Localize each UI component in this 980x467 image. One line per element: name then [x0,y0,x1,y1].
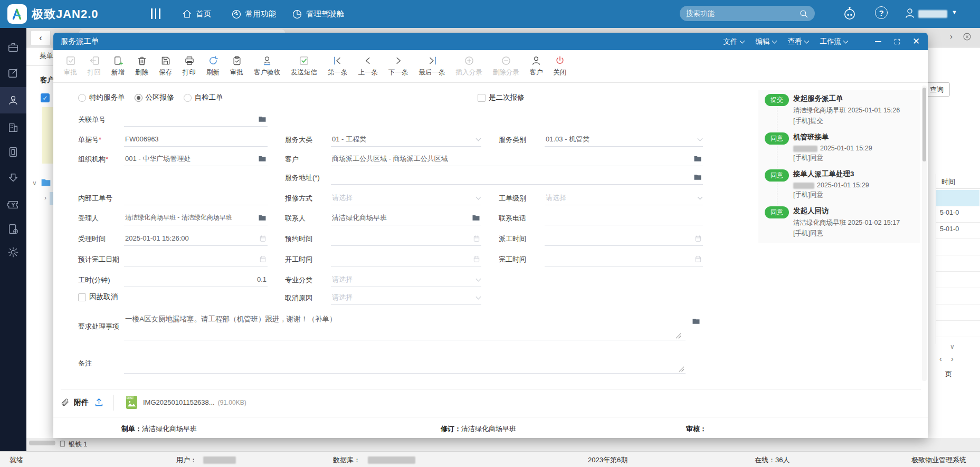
folder-lookup-icon[interactable] [692,318,700,325]
user-dropdown-caret-icon[interactable]: ▼ [952,9,957,15]
toolbar-print-button[interactable]: 打印 [177,55,201,77]
calendar-icon[interactable] [694,255,702,263]
request-items-textarea[interactable]: 一楼A区女厕地漏堵塞。请工程部（机管班）跟进，谢谢！（补单） [124,311,686,340]
maximize-button[interactable] [893,37,901,46]
org-input[interactable]: 001 - 中华广场管理处 [124,153,268,166]
toolbar-close-button[interactable]: 关闭 [548,55,572,77]
search-icon[interactable] [799,9,808,18]
radio-public-area-repair[interactable]: 公区报修 [135,93,174,102]
contact-input[interactable]: 清洁绿化商场早班 [331,212,481,225]
service-address-input[interactable] [331,171,703,185]
minimize-button[interactable] [874,37,882,46]
tree-expand-chevron-icon[interactable]: ∨ [32,179,37,187]
bg-scroll-down-icon[interactable]: ∨ [950,343,955,350]
bg-horizontal-scrollbar[interactable] [29,441,55,445]
upload-icon[interactable] [94,397,104,407]
tree-collapse-chevron-icon[interactable]: › [44,194,46,202]
toolbar-save-button[interactable]: 保存 [154,55,177,77]
scrollbar-thumb[interactable] [922,88,926,161]
toolbar-delete-entry-button[interactable]: 删除分录 [488,55,525,77]
nav-dashboard[interactable]: 管理驾驶舱 [292,0,345,28]
folder-lookup-icon[interactable] [258,155,267,162]
toolbar-customer-acceptance-button[interactable]: 客户验收 [249,55,286,77]
cancel-reason-select[interactable]: 请选择 [331,291,481,305]
calendar-icon[interactable] [473,255,480,263]
sidebar-item-ticket[interactable] [0,192,26,218]
calendar-icon[interactable] [694,235,702,242]
attachment-file-name[interactable]: IMG20250101152638... [143,398,215,406]
assistant-robot-icon[interactable] [843,6,857,21]
help-icon[interactable]: ? [875,6,888,19]
radio-self-inspection[interactable]: 自检工单 [184,93,223,102]
dialog-title-bar[interactable]: 服务派工单 文件 编辑 查看 工作流 ✕ [53,33,928,50]
bg-checked-checkbox[interactable]: ✓ [41,93,50,102]
cancel-flag-option[interactable]: 因故取消 [78,292,127,302]
bg-selected-cell[interactable] [936,190,979,206]
menu-toggle-icon[interactable] [151,8,160,19]
finish-time-input[interactable] [545,253,703,266]
resize-handle-icon[interactable] [675,333,681,339]
calendar-icon[interactable] [259,255,267,263]
contact-phone-input[interactable] [545,212,703,225]
handler-input[interactable]: 清洁绿化商场早班 - 清洁绿化商场早班 [124,212,268,225]
toolbar-last-record-button[interactable]: 最后一条 [414,55,451,77]
menu-view[interactable]: 查看 [788,37,808,46]
second-repair-checkbox[interactable] [478,94,486,102]
menu-workflow[interactable]: 工作流 [820,37,848,46]
sidebar-item-report-check[interactable] [0,216,26,242]
expected-finish-date-input[interactable] [124,253,268,266]
doc-no-input[interactable]: FW006963 [124,133,268,147]
radio-special-service[interactable]: 特约服务单 [78,93,125,102]
order-level-select[interactable]: 请选择 [545,192,703,205]
appoint-time-input[interactable] [331,232,481,246]
related-no-input[interactable] [124,113,268,127]
toolbar-send-sms-button[interactable]: 发送短信 [286,55,322,77]
toolbar-return-button[interactable]: 打回 [82,55,106,77]
major-class-select[interactable]: 请选择 [331,273,481,287]
resize-handle-icon[interactable] [679,366,684,372]
toolbar-first-record-button[interactable]: 第一条 [322,55,353,77]
jpg-file-icon[interactable]: JPG [126,395,138,409]
sidebar-item-settings[interactable] [0,239,26,265]
tab-scroll-right-icon[interactable]: › [950,32,953,41]
toolbar-customer-button[interactable]: 客户 [525,55,548,77]
calendar-icon[interactable] [473,235,480,242]
dispatch-time-input[interactable] [545,232,703,246]
search-input[interactable] [686,9,799,17]
work-minutes-input[interactable]: 0.1 [124,273,268,287]
folder-lookup-icon[interactable] [258,214,267,221]
bg-page-next-icon[interactable]: › [951,355,954,363]
remark-textarea[interactable] [124,349,686,374]
search-box[interactable] [680,6,815,21]
sidebar-item-room[interactable] [0,139,26,165]
start-time-input[interactable] [331,253,481,266]
close-all-tabs-icon[interactable] [963,32,972,41]
toolbar-next-record-button[interactable]: 下一条 [383,55,414,77]
calendar-icon[interactable] [259,235,267,242]
nav-common-functions[interactable]: 常用功能 [231,0,276,28]
accept-time-input[interactable]: 2025-01-01 15:26:00 [124,232,268,246]
tree-selected-item-fragment[interactable] [50,192,53,205]
folder-tree-icon[interactable] [41,178,51,187]
toolbar-prev-record-button[interactable]: 上一条 [353,55,384,77]
dialog-scrollbar[interactable] [922,85,927,381]
sidebar-item-briefcase[interactable] [0,34,26,61]
folder-lookup-icon[interactable] [472,214,480,221]
menu-file[interactable]: 文件 [724,37,744,46]
close-button[interactable]: ✕ [912,37,920,46]
repair-method-select[interactable]: 请选择 [331,192,481,205]
internal-no-input[interactable] [124,192,268,205]
toolbar-new-button[interactable]: 新增 [106,55,130,77]
folder-lookup-icon[interactable] [693,155,702,162]
service-type-select[interactable]: 01.03 - 机管类 [545,133,703,147]
toolbar-delete-button[interactable]: 删除 [130,55,154,77]
cancel-flag-checkbox[interactable] [78,293,86,301]
bg-page-prev-icon[interactable]: ‹ [939,355,942,363]
menu-edit[interactable]: 编辑 [756,37,776,46]
collapse-panel-button[interactable]: ‹ [31,30,51,46]
folder-lookup-icon[interactable] [258,116,267,122]
service-category-select[interactable]: 01 - 工程类 [331,133,481,147]
toolbar-insert-entry-button[interactable]: 插入分录 [451,55,488,77]
folder-lookup-icon[interactable] [693,174,702,180]
sidebar-item-building[interactable] [0,115,26,141]
